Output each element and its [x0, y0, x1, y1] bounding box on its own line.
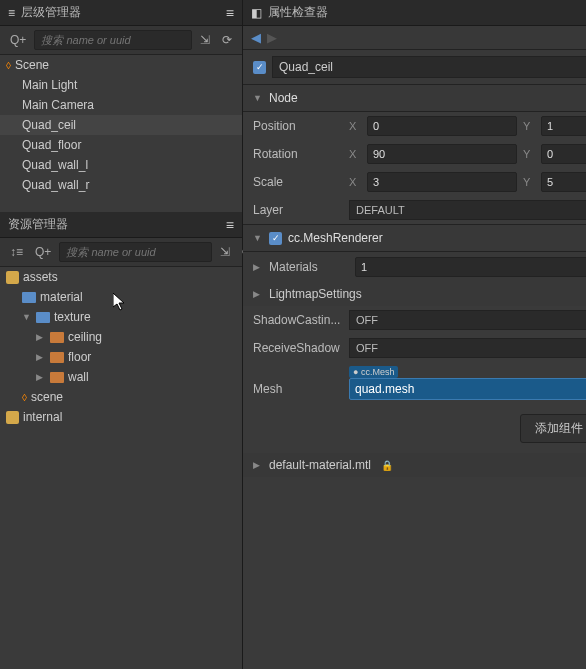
lightmap-title: LightmapSettings — [269, 287, 586, 301]
expand-arrow-icon — [253, 289, 263, 299]
folder-label: material — [40, 290, 83, 304]
refresh-icon[interactable]: ⟳ — [218, 31, 236, 49]
materials-count-input[interactable] — [355, 257, 586, 277]
hierarchy-menu-icon[interactable]: ≡ — [226, 5, 234, 21]
inspector-icon: ◧ — [251, 6, 262, 20]
inspector-title: 属性检查器 — [268, 4, 586, 21]
layer-value: DEFAULT — [356, 204, 405, 216]
hierarchy-toolbar: Q+ ⇲ ⟳ — [0, 26, 242, 55]
scale-x-input[interactable] — [367, 172, 517, 192]
axis-y-label: Y — [523, 176, 535, 188]
assets-root-label: assets — [23, 270, 58, 284]
default-material-row[interactable]: default-material.mtl 🔒 — [243, 453, 586, 477]
materials-row[interactable]: Materials — [243, 252, 586, 282]
inspector-nav: ◀ ▶ 🔓 — [243, 26, 586, 50]
receiveshadow-row: ReceiveShadow OFF ▼ — [243, 334, 586, 362]
folder-icon — [36, 312, 50, 323]
asset-scene[interactable]: ◊ scene — [0, 387, 242, 407]
rotation-y-input[interactable] — [541, 144, 586, 164]
assets-root[interactable]: assets — [0, 267, 242, 287]
lightmap-header[interactable]: LightmapSettings — [243, 282, 586, 306]
folder-icon — [50, 352, 64, 363]
folder-label: ceiling — [68, 330, 102, 344]
rotation-x-input[interactable] — [367, 144, 517, 164]
shadowcasting-select[interactable]: OFF ▼ — [349, 310, 586, 330]
asset-label: scene — [31, 390, 63, 404]
mesh-asset-input[interactable] — [349, 378, 586, 400]
folder-wall[interactable]: wall — [0, 367, 242, 387]
materials-label: Materials — [269, 260, 349, 274]
assets-tree: assets material texture ceiling floor — [0, 267, 242, 669]
expand-arrow-icon — [253, 460, 263, 470]
hierarchy-item[interactable]: Quad_wall_l — [0, 155, 242, 175]
lock-icon: 🔒 — [381, 460, 393, 471]
layer-select[interactable]: DEFAULT ▼ — [349, 200, 586, 220]
position-x-input[interactable] — [367, 116, 517, 136]
scene-icon: ◊ — [6, 60, 11, 71]
hierarchy-icon: ≡ — [8, 6, 15, 20]
nav-forward-icon[interactable]: ▶ — [267, 30, 277, 45]
scale-y-input[interactable] — [541, 172, 586, 192]
hierarchy-search-input[interactable] — [34, 30, 192, 50]
asset-sort-icon[interactable]: ↕≡ — [6, 243, 27, 261]
shadowcasting-row: ShadowCastin... OFF ▼ — [243, 306, 586, 334]
add-node-icon[interactable]: Q+ — [6, 31, 30, 49]
axis-y-label: Y — [523, 148, 535, 160]
folder-label: wall — [68, 370, 89, 384]
hierarchy-item-label: Main Light — [22, 78, 77, 92]
node-section-header[interactable]: Node 📖 ⚙ — [243, 84, 586, 112]
node-name-row: ✓ — [243, 50, 586, 84]
scale-row: Scale X Y Z — [243, 168, 586, 196]
hierarchy-item[interactable]: Quad_floor — [0, 135, 242, 155]
position-y-input[interactable] — [541, 116, 586, 136]
hierarchy-item[interactable]: Quad_wall_r — [0, 175, 242, 195]
hierarchy-item-label: Quad_floor — [22, 138, 81, 152]
node-name-input[interactable] — [272, 56, 586, 78]
axis-y-label: Y — [523, 120, 535, 132]
mesh-label: Mesh — [253, 382, 343, 396]
folder-texture[interactable]: texture — [0, 307, 242, 327]
shadowcasting-value: OFF — [356, 314, 378, 326]
shadowcasting-label: ShadowCastin... — [253, 313, 343, 327]
hierarchy-item[interactable]: Quad_ceil — [0, 115, 242, 135]
folder-floor[interactable]: floor — [0, 347, 242, 367]
scene-root[interactable]: ◊ Scene — [0, 55, 242, 75]
receiveshadow-label: ReceiveShadow — [253, 341, 343, 355]
hierarchy-item[interactable]: Main Light — [0, 75, 242, 95]
hierarchy-item[interactable]: Main Camera — [0, 95, 242, 115]
collapse-all-icon[interactable]: ⇲ — [196, 31, 214, 49]
layer-label: Layer — [253, 203, 343, 217]
internal-label: internal — [23, 410, 62, 424]
meshrenderer-header[interactable]: ✓ cc.MeshRenderer 📖 ⚙ — [243, 224, 586, 252]
receiveshadow-select[interactable]: OFF ▼ — [349, 338, 586, 358]
expand-arrow-icon[interactable] — [22, 312, 32, 322]
node-enabled-checkbox[interactable]: ✓ — [253, 61, 266, 74]
folder-material[interactable]: material — [0, 287, 242, 307]
hierarchy-item-label: Main Camera — [22, 98, 94, 112]
assets-collapse-icon[interactable]: ⇲ — [216, 243, 234, 261]
assets-header: 资源管理器 ≡ — [0, 212, 242, 238]
assets-menu-icon[interactable]: ≡ — [226, 217, 234, 233]
position-label: Position — [253, 119, 343, 133]
add-component-button[interactable]: 添加组件 — [520, 414, 586, 443]
expand-arrow-icon[interactable] — [36, 332, 46, 342]
folder-ceiling[interactable]: ceiling — [0, 327, 242, 347]
assets-search-input[interactable] — [59, 242, 212, 262]
folder-label: floor — [68, 350, 91, 364]
hierarchy-title: 层级管理器 — [21, 4, 220, 21]
nav-back-icon[interactable]: ◀ — [251, 30, 261, 45]
mesh-type-tag: ● cc.Mesh — [349, 366, 398, 378]
assets-title: 资源管理器 — [8, 216, 220, 233]
folder-icon — [50, 372, 64, 383]
expand-arrow-icon[interactable] — [36, 372, 46, 382]
expand-arrow-icon[interactable] — [36, 352, 46, 362]
add-asset-icon[interactable]: Q+ — [31, 243, 55, 261]
internal-root[interactable]: internal — [0, 407, 242, 427]
default-material-label: default-material.mtl — [269, 458, 371, 472]
hierarchy-tree: ◊ Scene Main LightMain CameraQuad_ceilQu… — [0, 55, 242, 212]
folder-icon — [22, 292, 36, 303]
axis-x-label: X — [349, 120, 361, 132]
scale-label: Scale — [253, 175, 343, 189]
mesh-row: Mesh ● cc.Mesh ◉ — [243, 362, 586, 404]
component-enabled-checkbox[interactable]: ✓ — [269, 232, 282, 245]
